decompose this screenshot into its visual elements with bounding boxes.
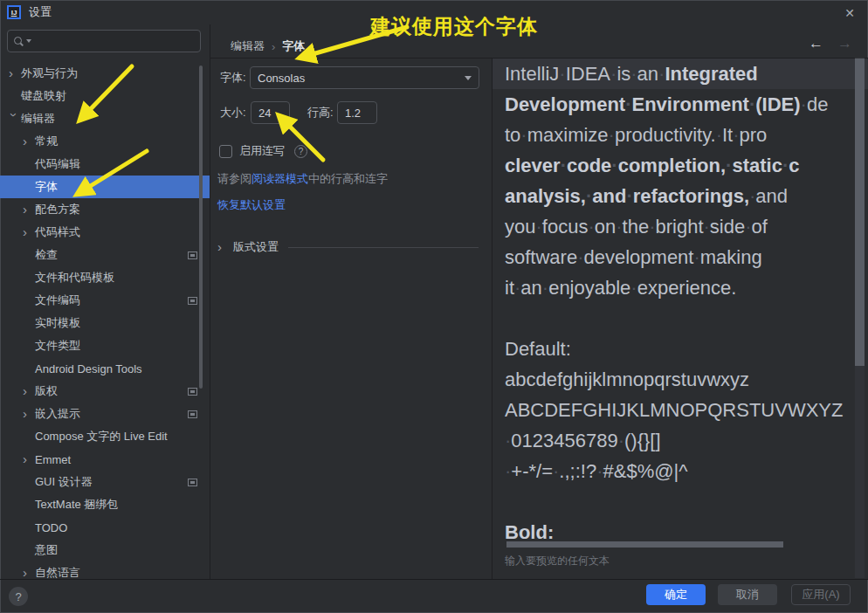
preview-line: to·maximize·productivity.·It·pro xyxy=(493,120,868,150)
whitespace-dot: · xyxy=(704,216,710,238)
chevron-right-icon[interactable]: › xyxy=(23,135,35,148)
whitespace-dot: · xyxy=(577,246,583,268)
sidebar-item-label: 配色方案 xyxy=(35,202,80,217)
preview-hint: 输入要预览的任何文本 xyxy=(505,554,610,568)
sidebar-item[interactable]: 文件类型 xyxy=(0,334,210,357)
whitespace-dot: · xyxy=(610,63,617,85)
search-input[interactable] xyxy=(37,34,194,49)
back-arrow-icon[interactable]: ← xyxy=(809,35,823,52)
sidebar-item[interactable]: 意图 xyxy=(0,539,210,561)
chevron-right-icon[interactable]: › xyxy=(23,385,35,397)
sidebar-item[interactable]: ›常规 xyxy=(0,130,210,153)
sidebar-item-label: Emmet xyxy=(35,453,71,466)
preview-line xyxy=(493,486,868,517)
whitespace-dot: · xyxy=(561,155,567,176)
whitespace-dot: · xyxy=(745,216,751,238)
sidebar-item-label: TODO xyxy=(35,521,67,534)
sidebar-item[interactable]: ›嵌入提示 xyxy=(0,403,210,425)
font-preview-editor[interactable]: IntelliJ·IDEA·is·an·IntegratedDevelopmen… xyxy=(493,59,868,579)
close-icon[interactable]: ✕ xyxy=(840,3,859,23)
sidebar-item[interactable]: Compose 文字的 Live Edit xyxy=(0,425,210,448)
sidebar-item-label: 文件编码 xyxy=(35,293,80,308)
sidebar-item[interactable]: ›代码样式 xyxy=(0,221,210,244)
search-options-caret-icon[interactable] xyxy=(26,39,31,43)
sidebar-item[interactable]: ›配色方案 xyxy=(0,198,210,221)
ligatures-checkbox[interactable] xyxy=(219,145,232,158)
sidebar-item[interactable]: 检查 xyxy=(0,244,210,266)
whitespace-dot: · xyxy=(630,63,637,85)
font-size-input[interactable]: 24 xyxy=(251,101,290,124)
sidebar-item[interactable]: 文件和代码模板 xyxy=(0,266,210,289)
sidebar-item[interactable]: ›Emmet xyxy=(0,448,210,471)
title-bar: IJ 设置 ✕ xyxy=(0,0,868,24)
preview-line: ·0123456789·(){}[] xyxy=(493,425,868,456)
sidebar-item[interactable]: 字体 xyxy=(0,176,210,198)
search-box[interactable] xyxy=(7,30,201,52)
whitespace-dot: · xyxy=(749,93,755,115)
preview-line: Development·Environment·(IDE)·de xyxy=(493,89,868,120)
sidebar-scrollbar[interactable] xyxy=(199,65,203,389)
sidebar-item[interactable]: ›版权 xyxy=(0,380,210,403)
preview-line: software·development·making xyxy=(493,242,868,272)
preview-line: IntelliJ·IDEA·is·an·Integrated xyxy=(493,59,868,89)
sidebar-item-label: GUI 设计器 xyxy=(35,474,93,490)
preview-line: abcdefghijklmnopqrstuvwxyz xyxy=(493,364,868,395)
sidebar-item[interactable]: ›外观与行为 xyxy=(0,62,210,85)
sidebar-item[interactable]: 实时模板 xyxy=(0,312,210,334)
whitespace-dot: · xyxy=(716,124,722,146)
sidebar-item-label: 字体 xyxy=(35,179,58,195)
font-family-value: Consolas xyxy=(258,72,305,85)
help-question-icon[interactable]: ? xyxy=(294,145,307,158)
typography-section-toggle[interactable]: › 版式设置 xyxy=(217,239,279,255)
sidebar-item-label: 版权 xyxy=(35,383,58,399)
whitespace-dot: · xyxy=(726,155,732,176)
line-height-input[interactable]: 1.2 xyxy=(337,101,377,124)
chevron-right-icon: › xyxy=(217,241,230,253)
sidebar-item[interactable]: 键盘映射 xyxy=(0,85,210,107)
sidebar-item[interactable]: TODO xyxy=(0,516,210,539)
line-height-label: 行高: xyxy=(307,101,334,124)
restore-defaults-link[interactable]: 恢复默认设置 xyxy=(217,197,286,213)
whitespace-dot: · xyxy=(505,430,511,451)
whitespace-dot: · xyxy=(618,430,624,451)
sidebar-item-label: 编辑器 xyxy=(21,111,55,127)
sidebar-item-label: 检查 xyxy=(35,247,58,263)
chevron-right-icon[interactable]: › xyxy=(23,567,35,579)
settings-tree: ›外观与行为键盘映射›编辑器›常规代码编辑字体›配色方案›代码样式检查文件和代码… xyxy=(0,62,210,579)
sidebar-item[interactable]: TextMate 捆绑包 xyxy=(0,493,210,516)
sidebar-item[interactable]: 代码编辑 xyxy=(0,153,210,176)
chevron-right-icon[interactable]: › xyxy=(23,203,35,216)
cancel-button[interactable]: 取消 xyxy=(718,584,777,605)
chevron-down-icon[interactable]: › xyxy=(8,113,20,125)
sidebar-item-label: 意图 xyxy=(35,542,58,558)
intellij-logo-icon: IJ xyxy=(7,5,21,19)
sidebar-item-label: 实时模板 xyxy=(35,315,80,331)
whitespace-dot: · xyxy=(588,216,594,238)
chevron-right-icon[interactable]: › xyxy=(9,67,21,79)
reader-mode-link[interactable]: 阅读器模式 xyxy=(251,172,308,185)
breadcrumb-editor[interactable]: 编辑器 xyxy=(231,38,265,54)
chevron-right-icon[interactable]: › xyxy=(23,226,35,238)
sidebar-item[interactable]: GUI 设计器 xyxy=(0,471,210,493)
whitespace-dot: · xyxy=(649,216,655,238)
whitespace-dot: · xyxy=(514,277,520,299)
preview-horizontal-scrollbar[interactable] xyxy=(506,541,783,548)
chevron-right-icon[interactable]: › xyxy=(23,453,35,465)
sidebar-item[interactable]: Android Design Tools xyxy=(0,357,210,380)
font-size-value: 24 xyxy=(258,107,271,120)
chevron-right-icon[interactable]: › xyxy=(23,408,35,420)
whitespace-dot: · xyxy=(505,460,511,482)
ok-button[interactable]: 确定 xyxy=(646,584,706,605)
whitespace-dot: · xyxy=(559,63,565,85)
divider xyxy=(288,247,479,248)
preview-vertical-scrollbar[interactable] xyxy=(855,59,865,366)
font-family-select[interactable]: Consolas xyxy=(250,66,479,89)
sidebar-item[interactable]: ›自然语言 xyxy=(0,561,210,579)
help-button[interactable]: ? xyxy=(9,587,28,606)
sidebar-item-label: 代码样式 xyxy=(35,224,80,240)
sidebar-item[interactable]: 文件编码 xyxy=(0,289,210,312)
preview-line: clever·code·completion,·static·c xyxy=(493,150,868,181)
sidebar-item[interactable]: ›编辑器 xyxy=(0,107,210,130)
editor-frame-icon xyxy=(188,251,197,259)
whitespace-dot: · xyxy=(596,460,603,482)
